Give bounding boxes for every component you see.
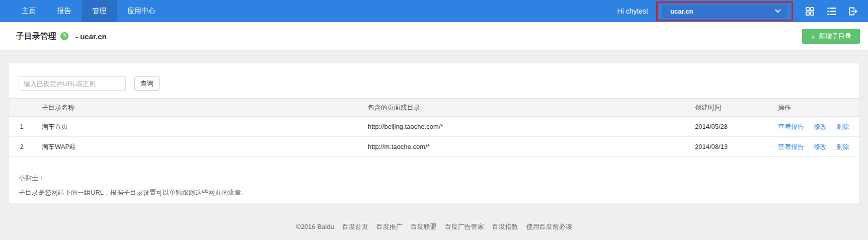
logout-icon[interactable]: [848, 6, 858, 17]
page-footer: ©2016 Baidu百度首页百度推广百度联盟百度广告管家百度指数使用百度前必读: [9, 222, 859, 231]
col-pattern: 包含的页面或目录: [360, 99, 687, 117]
apps-grid-icon[interactable]: [805, 6, 815, 17]
search-row: 查询: [19, 76, 859, 91]
user-greeting: Hi chytest: [617, 7, 648, 15]
col-index: [9, 99, 34, 117]
edit-link[interactable]: 修改: [814, 123, 827, 130]
nav-tab-manage[interactable]: 管理: [82, 0, 117, 22]
footer-link-baidu-index[interactable]: 百度指数: [492, 223, 518, 230]
row-name: 淘车首页: [34, 117, 360, 137]
page-title-site: - ucar.cn: [75, 32, 107, 41]
nav-tab-app-center[interactable]: 应用中心: [117, 0, 166, 22]
url-search-input[interactable]: [19, 76, 126, 91]
table-row: 1 淘车首页 http://beijing.taoche.com/* 2014/…: [9, 117, 859, 137]
view-report-link[interactable]: 查看报告: [778, 123, 804, 130]
chevron-down-icon: [775, 9, 781, 13]
page-title: 子目录管理: [16, 31, 56, 42]
table-row: 2 淘车WAP站 http://m.taoche.com/* 2014/08/1…: [9, 137, 859, 157]
delete-link[interactable]: 删除: [836, 143, 849, 150]
nav-tab-reports[interactable]: 报告: [46, 0, 82, 22]
subdirectory-table: 子目录名称 包含的页面或目录 创建时间 操作 1 淘车首页 http://bei…: [9, 98, 859, 157]
add-subdirectory-button[interactable]: + 新增子目录: [802, 29, 860, 44]
help-icon[interactable]: ?: [60, 32, 68, 40]
copyright-text: ©2016 Baidu: [296, 223, 334, 230]
query-button[interactable]: 查询: [134, 76, 160, 91]
page-header: 子目录管理 ? - ucar.cn + 新增子目录: [0, 22, 868, 51]
footer-link-must-read[interactable]: 使用百度前必读: [526, 223, 572, 230]
tips-body: 子目录是您网站下的一组URL，根据子目录设置可以单独跟踪这些网页的流量。: [19, 188, 859, 197]
nav-tabs: 主页 报告 管理 应用中心: [11, 0, 166, 22]
view-report-link[interactable]: 查看报告: [778, 143, 804, 150]
edit-link[interactable]: 修改: [814, 143, 827, 150]
footer-link-ad-manager[interactable]: 百度广告管家: [445, 223, 484, 230]
row-created: 2014/08/13: [687, 137, 770, 157]
row-pattern: http://beijing.taoche.com/*: [360, 117, 687, 137]
col-name: 子目录名称: [34, 99, 360, 117]
top-navbar: 主页 报告 管理 应用中心 Hi chytest ucar.cn: [0, 0, 868, 22]
row-index: 2: [9, 137, 34, 157]
col-created: 创建时间: [687, 99, 770, 117]
footer-link-baidu-union[interactable]: 百度联盟: [411, 223, 437, 230]
annotation-highlight-box: ucar.cn: [656, 2, 793, 21]
plus-icon: +: [811, 32, 815, 41]
row-created: 2014/05/28: [687, 117, 770, 137]
content-area: 查询 子目录名称 包含的页面或目录 创建时间 操作 1 淘车首页 http: [0, 51, 868, 231]
row-actions: 查看报告 修改 删除: [770, 117, 859, 137]
subdirectory-card: 查询 子目录名称 包含的页面或目录 创建时间 操作 1 淘车首页 http: [9, 63, 859, 203]
table-header-row: 子目录名称 包含的页面或目录 创建时间 操作: [9, 99, 859, 117]
footer-link-baidu-home[interactable]: 百度首页: [342, 223, 368, 230]
row-actions: 查看报告 修改 删除: [770, 137, 859, 157]
row-pattern: http://m.taoche.com/*: [360, 137, 687, 157]
footer-link-baidu-promo[interactable]: 百度推广: [376, 223, 403, 230]
tips-title: 小贴士：: [19, 174, 859, 183]
site-selector-value: ucar.cn: [670, 8, 693, 15]
add-subdirectory-label: 新增子目录: [819, 32, 851, 41]
col-actions: 操作: [770, 99, 859, 117]
nav-tab-home[interactable]: 主页: [11, 0, 46, 22]
delete-link[interactable]: 删除: [836, 123, 849, 130]
row-name: 淘车WAP站: [34, 137, 360, 157]
tips-section: 小贴士： 子目录是您网站下的一组URL，根据子目录设置可以单独跟踪这些网页的流量…: [19, 174, 859, 197]
list-icon[interactable]: [826, 6, 837, 17]
site-selector-dropdown[interactable]: ucar.cn: [662, 5, 787, 18]
row-index: 1: [9, 117, 34, 137]
